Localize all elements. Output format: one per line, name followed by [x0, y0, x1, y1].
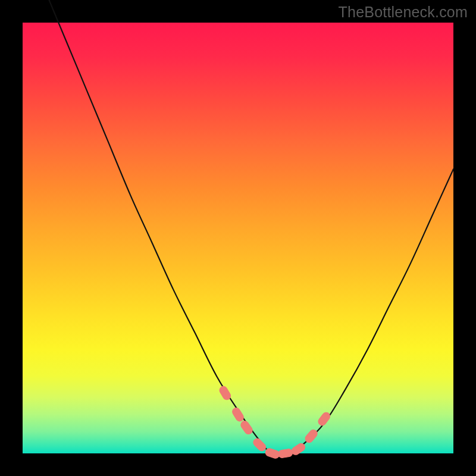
curve-marker	[317, 411, 331, 427]
curve-layer	[23, 23, 453, 453]
bottleneck-curve	[23, 0, 453, 455]
plot-area	[23, 23, 453, 453]
chart-frame: TheBottleneck.com	[0, 0, 476, 476]
watermark-text: TheBottleneck.com	[339, 4, 468, 21]
marker-group	[218, 385, 332, 459]
curve-marker	[231, 406, 245, 422]
curve-marker	[278, 449, 293, 459]
curve-marker	[239, 419, 254, 436]
curve-marker	[252, 437, 267, 452]
